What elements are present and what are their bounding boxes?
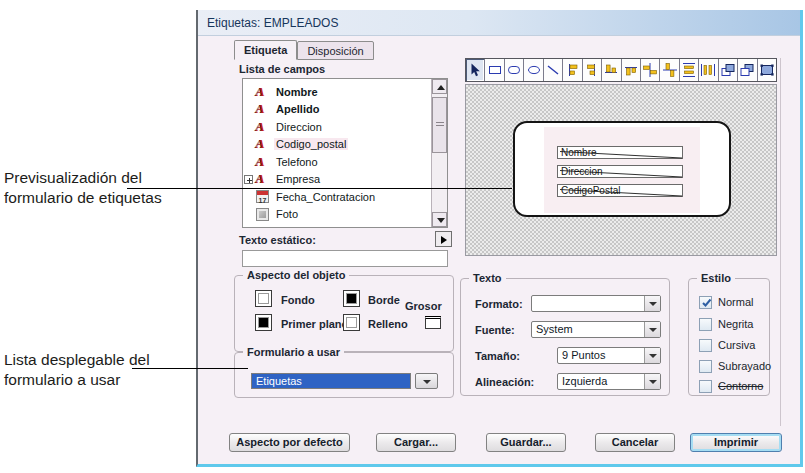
pointer-tool-button[interactable] — [466, 59, 485, 81]
group-title: Formulario a usar — [243, 346, 344, 358]
layout-select[interactable]: Etiquetas — [251, 373, 411, 389]
text-field-icon: A — [256, 171, 271, 187]
size-label: Tamaño: — [475, 350, 520, 362]
annotation-dropdown-note: Lista desplegable del formulario a usar — [4, 350, 174, 389]
chevron-down-icon — [649, 328, 657, 332]
arrow-down-icon — [437, 218, 445, 223]
list-item-selected[interactable]: A Codigo_postal — [243, 136, 447, 154]
label-preview-card: Nombre Direccion CodigoPostal — [513, 121, 731, 217]
label-preview-area: Nombre Direccion CodigoPostal — [465, 84, 777, 256]
load-button[interactable]: Cargar... — [376, 433, 456, 452]
align-bottom-button[interactable] — [602, 59, 621, 81]
italic-checkbox[interactable] — [699, 339, 712, 352]
font-label: Fuente: — [475, 324, 515, 336]
list-item[interactable]: A Nombre — [243, 83, 447, 101]
list-item[interactable]: 17 Fecha_Contratacion — [243, 188, 447, 206]
normal-checkbox[interactable] — [699, 296, 712, 309]
merge-line-icon — [558, 147, 684, 160]
format-select[interactable] — [531, 295, 661, 312]
align-left-button[interactable] — [563, 59, 582, 81]
group-title: Texto — [469, 272, 506, 284]
size-select[interactable]: 9 Puntos — [557, 347, 661, 364]
list-scrollbar[interactable] — [431, 79, 447, 227]
swatch-label: Primer plano — [281, 318, 348, 330]
bold-checkbox[interactable] — [699, 318, 712, 331]
thickness-label: Grosor — [405, 300, 442, 312]
align-vertical-center-button[interactable] — [641, 59, 660, 81]
list-item[interactable]: A Telefono — [243, 153, 447, 171]
list-item-partial[interactable]: A — [243, 223, 447, 228]
align-top-button[interactable] — [622, 59, 641, 81]
text-field-icon: A — [256, 101, 271, 117]
line-thickness-swatch[interactable] — [425, 316, 441, 329]
object-appearance-group: Aspecto del objeto Fondo Primer plano Bo… — [234, 275, 454, 352]
preview-field-codigopostal: CodigoPostal — [557, 184, 683, 197]
scrollbar-thumb[interactable] — [432, 97, 447, 153]
outline-checkbox[interactable] — [699, 380, 712, 393]
preview-field-direccion: Direccion — [557, 165, 683, 178]
line-tool-button[interactable] — [544, 59, 563, 81]
list-item[interactable]: Foto — [243, 206, 447, 224]
layout-select-arrow-button[interactable] — [415, 373, 438, 389]
scroll-up-button[interactable] — [432, 79, 447, 94]
labels-dialog: Etiquetas: EMPLEADOS EtiquetaDisposición… — [196, 10, 803, 467]
group-objects-button[interactable] — [758, 59, 776, 81]
tab-etiqueta[interactable]: Etiqueta — [234, 40, 297, 60]
rectangle-tool-button[interactable] — [485, 59, 504, 81]
underline-checkbox[interactable] — [699, 360, 712, 373]
cancel-button[interactable]: Cancelar — [595, 433, 675, 452]
chevron-down-icon — [423, 380, 431, 384]
font-select[interactable]: System — [531, 321, 661, 338]
list-item[interactable]: A Apellido — [243, 101, 447, 119]
bring-to-front-button[interactable] — [719, 59, 738, 81]
fill-color-swatch[interactable] — [343, 314, 360, 331]
align-right-button[interactable] — [583, 59, 602, 81]
static-text-insert-button[interactable] — [435, 231, 452, 247]
annotation-connector-line — [127, 188, 512, 189]
text-field-icon: A — [256, 136, 271, 152]
preview-field-nombre: Nombre — [557, 146, 683, 159]
save-button[interactable]: Guardar... — [486, 433, 566, 452]
picture-icon — [256, 208, 269, 221]
border-color-swatch[interactable] — [343, 290, 360, 307]
distribute-vertical-button[interactable] — [680, 59, 699, 81]
default-appearance-button[interactable]: Aspecto por defecto — [229, 433, 350, 452]
field-list: A Nombre A Apellido A Direccion A Codigo… — [242, 78, 448, 228]
foreground-color-swatch[interactable] — [255, 314, 272, 331]
ellipse-tool-button[interactable] — [524, 59, 543, 81]
chevron-down-icon — [649, 380, 657, 384]
merge-line-icon — [558, 166, 684, 179]
align-horizontal-center-button[interactable] — [660, 59, 679, 81]
group-title: Estilo — [697, 272, 735, 284]
dialog-titlebar[interactable]: Etiquetas: EMPLEADOS — [198, 10, 800, 36]
send-to-back-button[interactable] — [738, 59, 757, 81]
swatch-label: Relleno — [368, 318, 408, 330]
select-arrow[interactable] — [644, 296, 660, 311]
text-field-icon: A — [256, 119, 271, 135]
scroll-down-button[interactable] — [432, 212, 447, 227]
tab-disposicion[interactable]: Disposición — [297, 41, 373, 60]
dialog-title: Etiquetas: EMPLEADOS — [207, 16, 338, 30]
select-arrow[interactable] — [644, 374, 660, 389]
annotation-connector-line — [132, 368, 248, 369]
arrow-up-icon — [437, 85, 445, 90]
list-item[interactable]: A Empresa — [243, 171, 447, 189]
alignment-label: Alineación: — [475, 376, 534, 388]
panel-divider — [780, 58, 781, 426]
rounded-rectangle-tool-button[interactable] — [505, 59, 524, 81]
select-arrow[interactable] — [644, 322, 660, 337]
static-text-input[interactable] — [242, 250, 448, 267]
swatch-label: Fondo — [281, 294, 315, 306]
tab-bar: EtiquetaDisposición — [234, 40, 374, 60]
background-color-swatch[interactable] — [255, 290, 272, 307]
list-item[interactable]: A Direccion — [243, 118, 447, 136]
text-field-icon: A — [256, 154, 271, 170]
select-arrow[interactable] — [644, 348, 660, 363]
distribute-horizontal-button[interactable] — [699, 59, 718, 81]
alignment-select[interactable]: Izquierda — [557, 373, 661, 390]
style-group: Estilo Normal Negrita Cursiva Subrayado … — [688, 278, 770, 396]
page: Previsualizadión del formulario de etiqu… — [0, 0, 805, 473]
print-button[interactable]: Imprimir — [690, 433, 782, 452]
grip-icon — [436, 122, 444, 128]
expand-plus-icon[interactable] — [244, 175, 253, 184]
